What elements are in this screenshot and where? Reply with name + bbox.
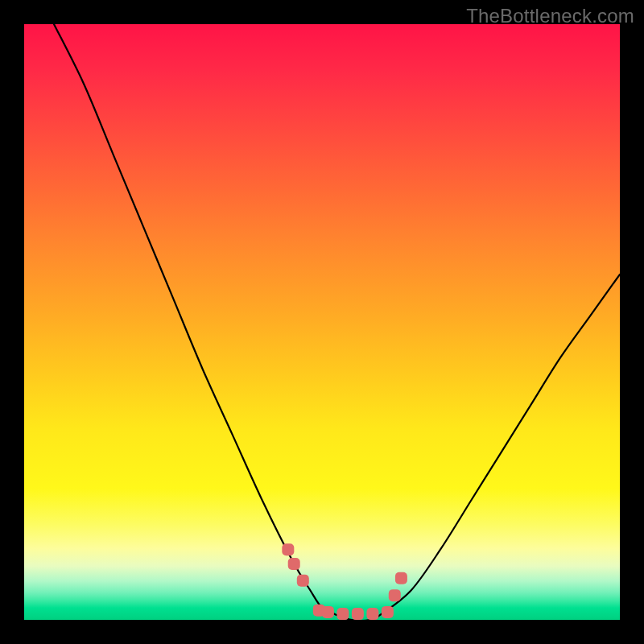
- highlight-marker: [395, 572, 407, 584]
- bottleneck-curve-line: [54, 24, 620, 621]
- highlight-marker: [366, 608, 378, 620]
- highlight-marker: [322, 606, 334, 618]
- highlight-marker: [297, 575, 309, 587]
- highlight-marker: [389, 589, 401, 601]
- highlight-marker: [352, 608, 364, 620]
- highlight-marker: [382, 606, 394, 618]
- highlight-markers: [282, 543, 407, 620]
- chart-svg: [24, 24, 620, 620]
- highlight-marker: [336, 608, 349, 620]
- highlight-marker: [282, 543, 294, 555]
- highlight-marker: [288, 558, 300, 570]
